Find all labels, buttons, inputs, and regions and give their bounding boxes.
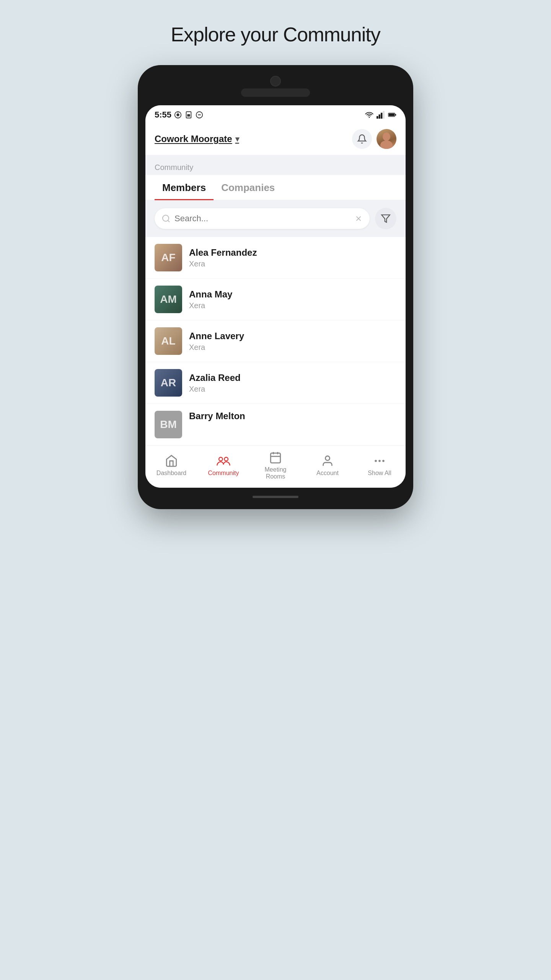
user-avatar-header[interactable] — [377, 129, 396, 149]
nav-label-show-all: Show All — [368, 470, 391, 477]
nav-label-community: Community — [208, 470, 239, 477]
no-disturb-icon — [195, 111, 204, 119]
avatar-initials: AF — [155, 244, 182, 271]
account-icon — [321, 454, 334, 467]
svg-point-22 — [224, 457, 228, 461]
svg-point-27 — [325, 456, 329, 460]
list-item[interactable]: AF Alea Fernandez Xera — [145, 237, 406, 279]
svg-point-21 — [219, 457, 223, 461]
member-info: Azalia Reed Xera — [189, 372, 241, 394]
avatar-initials: AL — [155, 327, 182, 355]
svg-rect-10 — [383, 111, 385, 119]
member-company: Xera — [189, 301, 232, 310]
member-company: Xera — [189, 343, 244, 352]
svg-rect-7 — [377, 116, 378, 119]
svg-rect-23 — [271, 453, 280, 463]
nav-item-community[interactable]: Community — [197, 454, 249, 477]
filter-icon — [381, 214, 391, 224]
nav-label-dashboard: Dashboard — [156, 470, 186, 477]
member-avatar-anna: AM — [155, 286, 182, 313]
app-header: Cowork Moorgate ▾ — [145, 123, 406, 155]
member-name: Anne Lavery — [189, 331, 244, 341]
member-avatar-alea: AF — [155, 244, 182, 271]
member-name: Azalia Reed — [189, 372, 241, 383]
tab-companies[interactable]: Companies — [214, 175, 282, 200]
member-info: Anna May Xera — [189, 289, 232, 310]
svg-point-14 — [383, 132, 390, 141]
svg-point-1 — [177, 114, 179, 116]
signal-icon — [377, 111, 385, 119]
member-info-barry: Barry Melton — [189, 411, 245, 421]
sim-icon — [184, 111, 193, 119]
avatar-initials: AM — [155, 286, 182, 313]
member-info: Anne Lavery Xera — [189, 331, 244, 352]
svg-point-15 — [380, 140, 393, 149]
svg-rect-4 — [187, 114, 190, 116]
nav-item-show-all[interactable]: Show All — [354, 454, 406, 477]
svg-point-30 — [382, 460, 385, 462]
section-label: Community — [145, 155, 406, 175]
member-name: Anna May — [189, 289, 232, 300]
svg-line-17 — [168, 220, 170, 222]
clear-search-icon[interactable] — [354, 214, 363, 223]
avatar-initials: AR — [155, 369, 182, 397]
search-input[interactable] — [174, 214, 350, 224]
nav-item-meeting-rooms[interactable]: Meeting Rooms — [249, 451, 302, 480]
svg-rect-8 — [379, 114, 380, 119]
svg-marker-20 — [381, 215, 390, 222]
notification-bell-button[interactable] — [352, 129, 372, 149]
member-info: Alea Fernandez Xera — [189, 247, 257, 268]
nav-label-meeting-rooms: Meeting Rooms — [265, 466, 287, 480]
phone-shell: 5:55 — [138, 65, 413, 509]
member-name: Barry Melton — [189, 411, 245, 421]
page-title: Explore your Community — [171, 23, 380, 46]
bottom-nav: Dashboard Community — [145, 445, 406, 488]
tabs-container: Members Companies — [145, 175, 406, 200]
member-company: Xera — [189, 385, 241, 394]
member-company: Xera — [189, 260, 257, 268]
member-avatar-azalia: AR — [155, 369, 182, 397]
search-bar — [155, 208, 370, 229]
status-bar: 5:55 — [145, 105, 406, 123]
member-name: Alea Fernandez — [189, 247, 257, 258]
list-item-partial[interactable]: BM Barry Melton — [145, 404, 406, 445]
avatar-face-svg — [377, 129, 396, 149]
battery-icon — [388, 111, 396, 119]
nav-label-account: Account — [316, 470, 339, 477]
workspace-selector[interactable]: Cowork Moorgate ▾ — [155, 134, 239, 144]
header-actions — [352, 129, 396, 149]
community-icon — [216, 454, 231, 467]
activity-icon — [174, 111, 182, 119]
home-bar — [253, 496, 298, 498]
list-item[interactable]: AM Anna May Xera — [145, 279, 406, 320]
svg-rect-9 — [381, 113, 382, 119]
svg-rect-13 — [389, 113, 395, 116]
svg-point-29 — [378, 460, 381, 462]
search-area — [145, 200, 406, 237]
tab-members[interactable]: Members — [155, 175, 214, 200]
status-time: 5:55 — [155, 110, 171, 120]
phone-speaker — [241, 88, 310, 97]
workspace-name: Cowork Moorgate — [155, 134, 232, 144]
phone-screen: 5:55 — [145, 105, 406, 488]
svg-point-28 — [375, 460, 377, 462]
nav-item-account[interactable]: Account — [302, 454, 354, 477]
filter-button[interactable] — [375, 208, 396, 229]
status-left: 5:55 — [155, 110, 204, 120]
list-item[interactable]: AL Anne Lavery Xera — [145, 320, 406, 362]
nav-item-dashboard[interactable]: Dashboard — [145, 454, 197, 477]
members-list: AF Alea Fernandez Xera AM Anna May Xera — [145, 237, 406, 445]
svg-point-16 — [163, 215, 169, 221]
search-icon — [161, 214, 171, 223]
status-right-icons — [365, 111, 396, 119]
list-item[interactable]: AR Azalia Reed Xera — [145, 362, 406, 404]
phone-camera — [270, 76, 281, 87]
calendar-icon — [269, 451, 282, 464]
more-icon — [373, 454, 386, 467]
chevron-down-icon: ▾ — [235, 134, 239, 144]
home-icon — [165, 454, 178, 467]
member-avatar-barry: BM — [155, 411, 182, 438]
wifi-icon — [365, 111, 373, 119]
bell-icon — [357, 134, 367, 144]
svg-rect-12 — [395, 114, 396, 116]
